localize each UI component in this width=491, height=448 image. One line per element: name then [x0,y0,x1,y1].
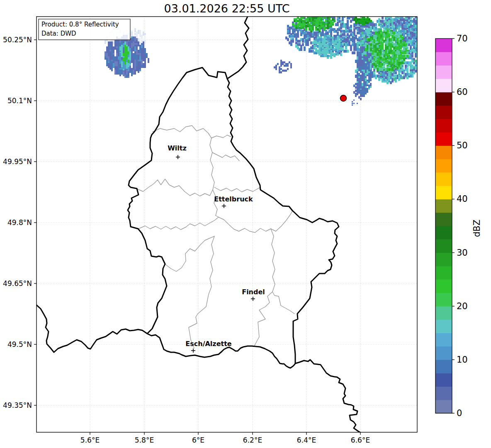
radar-pixel [358,20,360,22]
radar-pixel [370,78,372,81]
radar-pixel [323,28,326,31]
radar-pixel [290,65,292,67]
radar-pixel [111,45,113,50]
radar-pixel [365,56,367,60]
radar-pixel [332,36,334,39]
radar-pixel [312,23,314,26]
radar-pixel [340,35,342,38]
radar-pixel [357,45,359,48]
radar-pixel [405,65,407,68]
radar-pixel [393,28,395,31]
radar-pixel [143,31,144,36]
radar-pixel [136,45,138,50]
colorbar-segment [435,65,452,79]
radar-pixel [116,48,118,53]
radar-pixel [388,61,390,64]
radar-pixel [287,65,289,67]
radar-pixel [410,61,412,64]
radar-pixel [287,30,289,33]
radar-pixel [385,31,387,34]
radar-pixel [123,71,124,76]
radar-pixel [363,46,365,50]
colorbar-segment [435,172,452,186]
colorbar-tick-label: 60 [457,87,468,97]
radar-pixel [335,40,337,42]
colorbar-segment [435,105,452,119]
radar-pixel [302,40,304,43]
radar-pixel [327,17,329,19]
radar-pixel [390,50,392,53]
colorbar-segment [435,333,452,346]
radar-pixel [352,103,353,104]
radar-pixel [318,45,321,47]
radar-pixel [355,60,357,63]
radar-pixel [367,18,369,21]
radar-pixel [144,35,146,39]
colorbar-segment [435,373,452,387]
radar-pixel [315,50,317,52]
x-axis-tick-label: 6°E [192,436,204,444]
radar-pixel [111,50,113,55]
radar-pixel [299,18,301,21]
radar-pixel [302,20,304,22]
radar-pixel [307,35,309,38]
colorbar-segment [435,79,452,92]
radar-pixel [340,27,342,29]
radar-pixel [295,38,297,41]
radar-pixel [136,50,138,55]
radar-pixel [406,68,408,71]
radar-pixel [393,31,395,34]
radar-pixel [362,53,363,56]
colorbar-segment [435,186,452,199]
radar-pixel [105,40,106,44]
radar-pixel [358,28,360,31]
radar-pixel [411,66,413,69]
radar-pixel [350,30,352,33]
radar-pixel [118,45,119,50]
radar-pixel [367,58,368,61]
radar-pixel [106,48,108,53]
radar-pixel [410,75,412,77]
radar-pixel [357,71,358,75]
radar-pixel [113,56,114,61]
radar-pixel [368,68,370,71]
radar-pixel [327,36,329,39]
radar-pixel [314,45,316,47]
radar-pixel [323,36,326,39]
radar-pixel [126,56,128,60]
radar-pixel [325,45,327,47]
radar-pixel [363,73,365,76]
radar-pixel [410,71,412,74]
colorbar-tick-label: 50 [457,140,468,150]
radar-pixel [365,45,367,48]
radar-pixel [413,36,415,39]
colorbar-segment [435,199,452,213]
radar-pixel [116,56,118,61]
radar-pixel [309,28,311,31]
radar-pixel [280,71,282,73]
radar-pixel [415,28,417,31]
radar-pixel [289,61,290,63]
radar-pixel [398,55,400,58]
radar-pixel [134,65,136,70]
radar-pixel [363,70,365,73]
radar-pixel [353,28,355,31]
radar-pixel [388,20,390,23]
radar-pixel [362,83,363,86]
radar-pixel [357,56,358,60]
radar-pixel [385,71,387,74]
radar-pixel [131,71,133,76]
radar-pixel [124,51,126,55]
radar-pixel [300,48,302,51]
radar-pixel [111,61,113,66]
radar-pixel [403,76,405,79]
radar-pixel [393,38,395,41]
radar-pixel [365,65,367,68]
y-axis-tick-label: 49.35°N [3,401,32,409]
radar-pixel [393,56,395,59]
radar-pixel [358,51,360,55]
radar-pixel [337,45,339,47]
radar-pixel [360,51,362,55]
radar-pixel [403,58,405,61]
colorbar-segment [435,320,452,333]
